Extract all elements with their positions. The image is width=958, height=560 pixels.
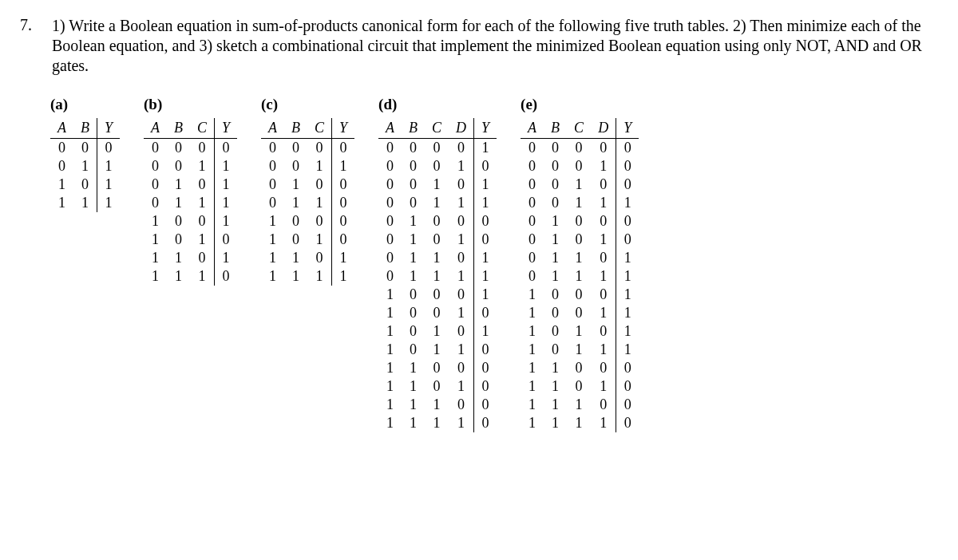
table-cell: 0	[332, 175, 355, 194]
table-row: 111	[50, 194, 120, 212]
table-cell: 0	[591, 359, 616, 377]
table-header-cell: C	[307, 118, 332, 139]
table-header-cell: Y	[97, 118, 121, 139]
table-cell: 1	[591, 377, 616, 396]
table-header-cell: B	[167, 118, 190, 139]
table-cell: 0	[474, 377, 497, 396]
table-cell: 0	[521, 139, 544, 158]
table-cell: 1	[544, 267, 567, 286]
table-cell: 0	[402, 194, 425, 212]
table-cell: 1	[591, 157, 616, 175]
table-row: 10011	[521, 304, 639, 322]
table-row: 11110	[378, 414, 497, 432]
table-cell: 1	[567, 267, 591, 286]
table-row: 01010	[378, 231, 497, 249]
table-cell: 1	[50, 175, 73, 194]
table-label: (c)	[261, 96, 354, 113]
table-cell: 1	[378, 359, 402, 377]
table-cell: 0	[332, 212, 355, 231]
table-cell: 1	[449, 194, 474, 212]
table-cell: 0	[449, 322, 474, 341]
table-cell: 1	[474, 175, 497, 194]
table-cell: 1	[402, 249, 425, 267]
table-cell: 1	[616, 322, 639, 341]
table-row: 11100	[521, 396, 639, 414]
table-cell: 0	[474, 396, 497, 414]
table-cell: 1	[261, 231, 284, 249]
truth-table-block: (c)ABCY00000011010001101000101011011111	[261, 96, 354, 286]
truth-table-block: (d)ABCDY00001000100010100111010000101001…	[378, 96, 497, 432]
truth-table-block: (e)ABCDY00000000100010000111010000101001…	[521, 96, 639, 432]
table-cell: 1	[591, 304, 616, 322]
table-cell: 1	[284, 194, 307, 212]
truth-table: ABY000011101111	[50, 118, 120, 212]
table-cell: 0	[144, 175, 167, 194]
table-cell: 0	[402, 139, 425, 158]
table-row: 00100	[521, 175, 639, 194]
table-cell: 0	[616, 377, 639, 396]
table-cell: 0	[567, 359, 591, 377]
table-header-cell: Y	[332, 118, 355, 139]
table-cell: 0	[215, 267, 238, 286]
table-cell: 0	[591, 396, 616, 414]
table-cell: 0	[307, 175, 332, 194]
table-cell: 1	[167, 267, 190, 286]
table-cell: 0	[50, 157, 73, 175]
table-header-cell: A	[50, 118, 73, 139]
tables-row: (a)ABY000011101111(b)ABCY000000110101011…	[20, 96, 938, 432]
table-label: (e)	[521, 96, 639, 113]
table-cell: 1	[144, 249, 167, 267]
table-cell: 0	[378, 212, 402, 231]
table-cell: 1	[521, 322, 544, 341]
table-cell: 0	[261, 175, 284, 194]
table-cell: 1	[449, 267, 474, 286]
table-row: 0011	[144, 157, 237, 175]
table-cell: 1	[591, 194, 616, 212]
table-cell: 1	[73, 157, 97, 175]
table-row: 1010	[261, 231, 354, 249]
table-cell: 0	[474, 414, 497, 432]
table-row: 00000	[521, 139, 639, 158]
table-cell: 1	[144, 231, 167, 249]
table-row: 11100	[378, 396, 497, 414]
table-label: (b)	[144, 96, 237, 113]
table-header-cell: A	[378, 118, 402, 139]
table-row: 011	[50, 157, 120, 175]
table-cell: 0	[591, 286, 616, 304]
table-cell: 1	[425, 267, 449, 286]
table-cell: 0	[449, 359, 474, 377]
table-row: 0111	[144, 194, 237, 212]
table-cell: 1	[73, 194, 97, 212]
table-cell: 0	[261, 139, 284, 158]
table-row: 10001	[378, 286, 497, 304]
table-cell: 1	[521, 304, 544, 322]
table-cell: 1	[190, 231, 215, 249]
table-cell: 0	[378, 157, 402, 175]
table-cell: 0	[332, 194, 355, 212]
table-cell: 0	[591, 322, 616, 341]
table-cell: 1	[425, 341, 449, 359]
table-cell: 1	[215, 194, 238, 212]
table-cell: 0	[474, 359, 497, 377]
table-cell: 0	[261, 194, 284, 212]
table-cell: 0	[425, 377, 449, 396]
table-cell: 1	[567, 194, 591, 212]
table-cell: 0	[521, 194, 544, 212]
table-row: 01101	[521, 249, 639, 267]
table-label: (d)	[378, 96, 497, 113]
table-cell: 0	[167, 212, 190, 231]
table-cell: 0	[591, 175, 616, 194]
table-cell: 1	[474, 267, 497, 286]
table-cell: 0	[332, 139, 355, 158]
table-cell: 0	[284, 212, 307, 231]
table-cell: 1	[425, 175, 449, 194]
table-cell: 1	[521, 396, 544, 414]
truth-table: ABCDY00000000100010000111010000101001101…	[521, 118, 639, 432]
table-cell: 0	[284, 157, 307, 175]
question-number: 7.	[20, 16, 52, 76]
table-cell: 1	[591, 267, 616, 286]
table-cell: 1	[616, 267, 639, 286]
table-cell: 0	[567, 231, 591, 249]
table-header-cell: A	[521, 118, 544, 139]
table-cell: 0	[449, 212, 474, 231]
